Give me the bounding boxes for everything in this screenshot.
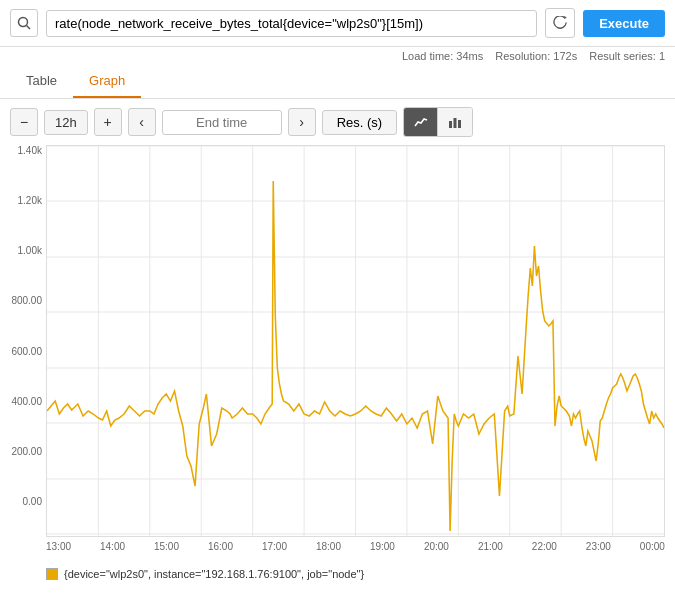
svg-rect-2 [449,121,452,128]
x-label-11: 00:00 [640,541,665,552]
y-label-1: 200.00 [11,446,42,457]
svg-point-0 [19,18,28,27]
legend-color-swatch [46,568,58,580]
x-label-10: 23:00 [586,541,611,552]
x-axis: 13:00 14:00 15:00 16:00 17:00 18:00 19:0… [46,537,665,552]
increase-time-button[interactable]: + [94,108,122,136]
legend-item: {device="wlp2s0", instance="192.168.1.76… [46,568,665,580]
tab-graph[interactable]: Graph [73,65,141,98]
tab-bar: Table Graph [0,65,675,99]
search-bar: Execute [0,0,675,47]
search-icon[interactable] [10,9,38,37]
end-time-input[interactable] [162,110,282,135]
bar-chart-button[interactable] [438,108,472,136]
controls-bar: − 12h + ‹ › Res. (s) [0,99,675,145]
prev-time-button[interactable]: ‹ [128,108,156,136]
x-label-7: 20:00 [424,541,449,552]
line-chart-button[interactable] [404,108,438,136]
execute-button[interactable]: Execute [583,10,665,37]
svg-rect-4 [458,120,461,128]
decrease-time-button[interactable]: − [10,108,38,136]
x-label-9: 22:00 [532,541,557,552]
y-label-7: 1.40k [18,145,42,156]
svg-line-1 [27,26,31,30]
next-time-button[interactable]: › [288,108,316,136]
y-label-3: 600.00 [11,346,42,357]
y-label-0: 0.00 [23,496,42,507]
view-toggle [403,107,473,137]
x-label-2: 15:00 [154,541,179,552]
chart-area [46,145,665,537]
y-label-5: 1.00k [18,245,42,256]
y-axis: 1.40k 1.20k 1.00k 800.00 600.00 400.00 2… [10,145,46,507]
x-label-4: 17:00 [262,541,287,552]
y-label-6: 1.20k [18,195,42,206]
legend: {device="wlp2s0", instance="192.168.1.76… [0,562,675,586]
x-label-3: 16:00 [208,541,233,552]
x-label-1: 14:00 [100,541,125,552]
refresh-button[interactable] [545,8,575,38]
result-series: Result series: 1 [589,50,665,62]
legend-label: {device="wlp2s0", instance="192.168.1.76… [64,568,364,580]
chart-svg [47,146,664,536]
load-time: Load time: 34ms [402,50,483,62]
y-label-2: 400.00 [11,396,42,407]
y-label-4: 800.00 [11,295,42,306]
meta-bar: Load time: 34ms Resolution: 172s Result … [0,47,675,65]
resolution-button[interactable]: Res. (s) [322,110,398,135]
x-label-0: 13:00 [46,541,71,552]
resolution: Resolution: 172s [495,50,577,62]
duration-label: 12h [44,110,88,135]
query-input[interactable] [46,10,537,37]
chart-container: 1.40k 1.20k 1.00k 800.00 600.00 400.00 2… [0,145,675,562]
svg-rect-3 [454,118,457,128]
x-label-8: 21:00 [478,541,503,552]
x-label-6: 19:00 [370,541,395,552]
x-label-5: 18:00 [316,541,341,552]
tab-table[interactable]: Table [10,65,73,98]
